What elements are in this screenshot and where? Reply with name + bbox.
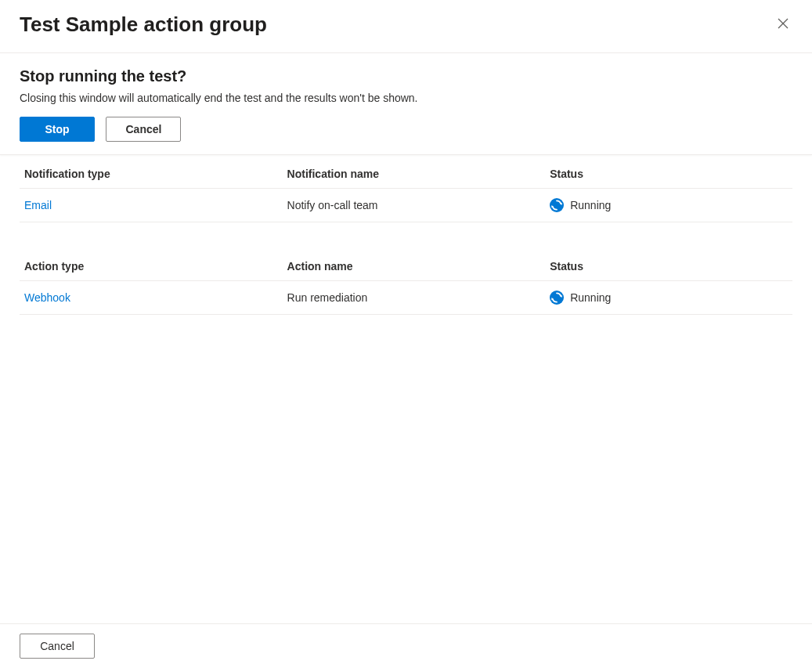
footer-cancel-button[interactable]: Cancel (20, 634, 95, 659)
notification-status-cell: Running (545, 189, 792, 222)
notification-status-text: Running (570, 199, 611, 211)
confirm-heading: Stop running the test? (20, 67, 792, 85)
table-row: Webhook Run remediation (20, 281, 792, 315)
action-type-cell[interactable]: Webhook (20, 281, 283, 315)
action-name-cell: Run remediation (283, 281, 546, 315)
action-status-text: Running (570, 291, 611, 304)
actions-header-name: Action name (283, 251, 546, 281)
running-icon (550, 291, 564, 305)
notifications-header-name: Notification name (283, 158, 546, 189)
cancel-button[interactable]: Cancel (106, 117, 181, 142)
notification-name-cell: Notify on-call team (283, 189, 546, 222)
page-title: Test Sample action group (20, 13, 267, 37)
confirm-panel: Stop running the test? Closing this wind… (0, 53, 812, 155)
notifications-header-status: Status (545, 158, 792, 189)
confirm-message: Closing this window will automatically e… (20, 92, 792, 104)
notifications-header-type: Notification type (20, 158, 283, 189)
actions-header-type: Action type (20, 251, 283, 281)
table-row: Email Notify on-call team (20, 189, 792, 222)
close-button[interactable] (774, 14, 792, 35)
actions-table: Action type Action name Status Webhook R… (20, 251, 792, 315)
running-icon (550, 198, 564, 212)
stop-button[interactable]: Stop (20, 117, 95, 142)
action-status-cell: Running (545, 281, 792, 315)
actions-header-status: Status (545, 251, 792, 281)
close-icon (777, 20, 789, 32)
notification-type-cell[interactable]: Email (20, 189, 283, 222)
notifications-table: Notification type Notification name Stat… (20, 158, 792, 222)
footer: Cancel (0, 623, 812, 668)
